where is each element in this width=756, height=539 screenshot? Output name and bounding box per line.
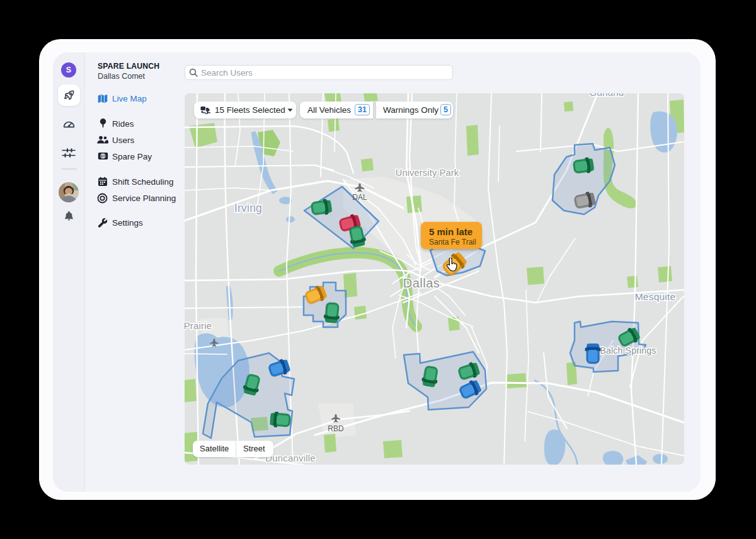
svg-text:RBD: RBD xyxy=(328,424,344,433)
svg-text:Balch Springs: Balch Springs xyxy=(600,345,656,356)
svg-text:Dallas: Dallas xyxy=(403,276,440,290)
svg-text:University Park: University Park xyxy=(396,168,459,178)
svg-text:Garland: Garland xyxy=(590,93,624,98)
svg-text:Irving: Irving xyxy=(234,202,262,214)
svg-text:Prairie: Prairie xyxy=(185,320,212,331)
svg-text:DAL: DAL xyxy=(352,193,367,202)
svg-text:Mesquite: Mesquite xyxy=(635,291,676,302)
